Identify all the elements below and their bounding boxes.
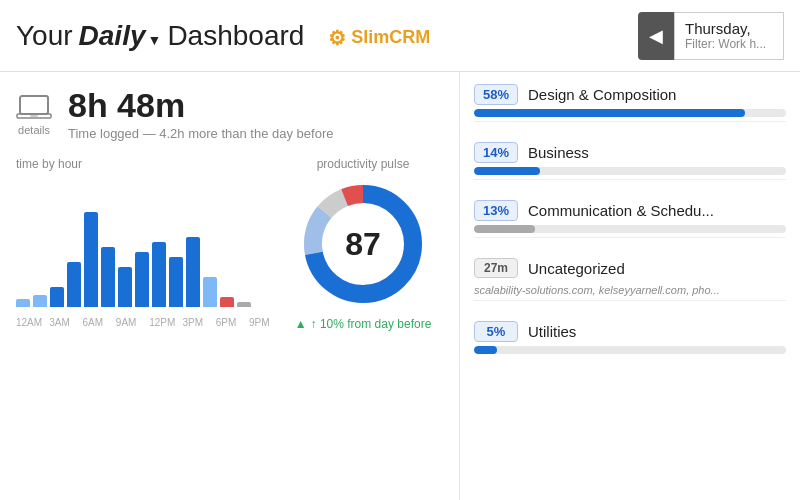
page-title: Your Daily Dashboard ⚙ SlimCRM <box>16 20 638 52</box>
total-time: 8h 48m <box>68 88 333 122</box>
main-content: details 8h 48m Time logged — 4.2h more t… <box>0 72 800 500</box>
axis-label: 9PM <box>249 317 263 328</box>
bar <box>186 237 200 307</box>
donut-score: 87 <box>345 226 381 263</box>
category-badge: 13% <box>474 200 518 221</box>
pulse-trend-text: ↑ 10% from day before <box>311 317 432 331</box>
category-sub-text: scalability-solutions.com, kelseyyarnell… <box>474 284 786 296</box>
category-name: Communication & Schedu... <box>528 202 714 219</box>
svg-rect-2 <box>30 115 38 117</box>
axis-label: 6AM <box>83 317 97 328</box>
time-by-hour-section: time by hour 12AM3AM6AM9AM12PM3PM6PM9PM <box>16 157 263 500</box>
bar <box>67 262 81 307</box>
axis-label: 12AM <box>16 317 30 328</box>
header-right: ◀ Thursday, Filter: Work h... <box>638 12 784 60</box>
category-row[interactable]: 5%Utilities <box>474 321 786 354</box>
category-header: 14%Business <box>474 142 786 163</box>
brand-name: SlimCRM <box>351 27 430 48</box>
charts-row: time by hour 12AM3AM6AM9AM12PM3PM6PM9PM … <box>16 157 443 500</box>
bar <box>33 295 47 307</box>
bar <box>203 277 217 307</box>
donut-chart: 87 <box>298 179 428 309</box>
title-your: Your <box>16 20 73 52</box>
category-row[interactable]: 14%Business <box>474 142 786 188</box>
pulse-footer: ▲ ↑ 10% from day before <box>295 317 432 331</box>
category-divider <box>474 300 786 301</box>
category-name: Design & Composition <box>528 86 676 103</box>
category-row[interactable]: 27mUncategorizedscalability-solutions.co… <box>474 258 786 309</box>
category-bar-fill <box>474 109 745 117</box>
category-header: 27mUncategorized <box>474 258 786 278</box>
productivity-pulse-label: productivity pulse <box>317 157 410 171</box>
category-bar-fill <box>474 167 540 175</box>
laptop-icon <box>16 94 52 120</box>
date-filter-box: Thursday, Filter: Work h... <box>674 12 784 60</box>
category-divider <box>474 179 786 180</box>
time-summary: details 8h 48m Time logged — 4.2h more t… <box>16 88 443 141</box>
axis-label: 3AM <box>49 317 63 328</box>
category-divider <box>474 237 786 238</box>
pulse-trend-icon: ▲ <box>295 317 307 331</box>
nav-back-button[interactable]: ◀ <box>638 12 674 60</box>
left-panel: details 8h 48m Time logged — 4.2h more t… <box>0 72 460 500</box>
category-badge: 27m <box>474 258 518 278</box>
svg-rect-0 <box>20 96 48 114</box>
bar <box>101 247 115 307</box>
time-sub-text: Time logged — 4.2h more than the day bef… <box>68 126 333 141</box>
category-name: Uncategorized <box>528 260 625 277</box>
time-by-hour-label: time by hour <box>16 157 263 171</box>
category-row[interactable]: 13%Communication & Schedu... <box>474 200 786 246</box>
category-bar-bg <box>474 346 786 354</box>
title-daily[interactable]: Daily <box>79 20 162 52</box>
category-divider <box>474 121 786 122</box>
category-bar-fill <box>474 346 497 354</box>
category-name: Business <box>528 144 589 161</box>
axis-label: 6PM <box>216 317 230 328</box>
details-label: details <box>18 124 50 136</box>
bar <box>237 302 251 307</box>
time-info: 8h 48m Time logged — 4.2h more than the … <box>68 88 333 141</box>
bar <box>50 287 64 307</box>
bar <box>118 267 132 307</box>
bar <box>84 212 98 307</box>
right-panel: 58%Design & Composition14%Business13%Com… <box>460 72 800 500</box>
axis-label: 12PM <box>149 317 163 328</box>
bar-chart <box>16 179 263 309</box>
category-badge: 5% <box>474 321 518 342</box>
bar <box>169 257 183 307</box>
details-section[interactable]: details <box>16 94 52 136</box>
category-badge: 58% <box>474 84 518 105</box>
bar <box>220 297 234 307</box>
date-text: Thursday, <box>685 20 773 37</box>
category-bar-fill <box>474 225 535 233</box>
category-bar-bg <box>474 167 786 175</box>
category-badge: 14% <box>474 142 518 163</box>
filter-text: Filter: Work h... <box>685 37 773 51</box>
gear-icon: ⚙ <box>328 26 346 50</box>
bar <box>152 242 166 307</box>
category-header: 13%Communication & Schedu... <box>474 200 786 221</box>
header: Your Daily Dashboard ⚙ SlimCRM ◀ Thursda… <box>0 0 800 72</box>
bar <box>135 252 149 307</box>
title-dashboard: Dashboard <box>167 20 304 52</box>
bar-axis: 12AM3AM6AM9AM12PM3PM6PM9PM <box>16 313 263 328</box>
axis-label: 9AM <box>116 317 130 328</box>
category-bar-bg <box>474 225 786 233</box>
category-row[interactable]: 58%Design & Composition <box>474 84 786 130</box>
category-name: Utilities <box>528 323 576 340</box>
category-bar-bg <box>474 109 786 117</box>
category-header: 5%Utilities <box>474 321 786 342</box>
axis-label: 3PM <box>182 317 196 328</box>
brand-label: ⚙ SlimCRM <box>328 26 430 50</box>
bar <box>16 299 30 307</box>
productivity-pulse-section: productivity pulse 87 ▲ ↑ 10% from day b… <box>283 157 443 500</box>
category-header: 58%Design & Composition <box>474 84 786 105</box>
